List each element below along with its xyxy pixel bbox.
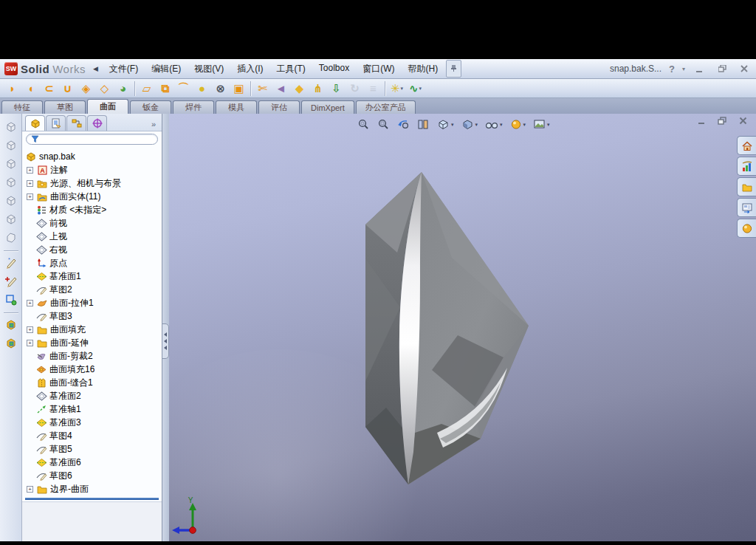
display-style-button[interactable]: ▾	[459, 117, 481, 131]
menu-item-5[interactable]: 工具(T)	[269, 61, 312, 78]
tree-item[interactable]: 草图6	[25, 469, 162, 482]
tree-item[interactable]: +边界-曲面	[25, 482, 162, 496]
view-cube-5-button[interactable]	[2, 192, 20, 210]
knit-surface-button[interactable]: ⋔	[309, 80, 327, 97]
tree-item[interactable]: 上视	[25, 230, 162, 243]
tab-草图[interactable]: 草图	[44, 100, 86, 114]
view-cube-2-button[interactable]	[2, 137, 20, 154]
help-dropdown-icon[interactable]: ▾	[682, 66, 685, 72]
tree-item[interactable]: +A注解	[25, 163, 162, 176]
minimize-doc-button[interactable]	[694, 115, 709, 126]
replace-face-button[interactable]: ▣	[230, 80, 248, 97]
tab-焊件[interactable]: 焊件	[173, 100, 214, 114]
untrim-surface-button[interactable]: ◄	[272, 80, 290, 97]
tab-曲面[interactable]: 曲面	[87, 99, 128, 114]
expand-toggle[interactable]: +	[27, 300, 33, 306]
tab-模具[interactable]: 模具	[216, 100, 257, 114]
tree-item[interactable]: 基准轴1	[25, 402, 162, 416]
menu-item-7[interactable]: 窗口(W)	[356, 61, 401, 78]
view-orientation-button[interactable]: ▾	[435, 117, 456, 131]
menu-item-8[interactable]: 帮助(H)	[402, 61, 445, 78]
panel-splitter[interactable]	[162, 114, 169, 541]
tree-item[interactable]: +曲面-延伸	[25, 336, 162, 349]
restore-doc-button[interactable]	[715, 115, 729, 126]
propertymanager-tab[interactable]	[46, 115, 66, 131]
view-cube-1-button[interactable]	[2, 118, 20, 136]
menu-item-1[interactable]: 文件(F)	[103, 61, 145, 78]
tree-item[interactable]: 基准面6	[25, 456, 162, 469]
featuremanager-tab[interactable]	[25, 115, 45, 131]
tree-filter-input[interactable]	[26, 134, 158, 145]
close-button[interactable]	[737, 64, 752, 75]
tree-item[interactable]: 草图4	[25, 429, 162, 442]
trim-surface-button[interactable]: ✄	[253, 80, 272, 97]
body-tool-2-button[interactable]	[2, 335, 20, 352]
previous-view-button[interactable]	[395, 117, 412, 131]
tree-item[interactable]: 前视	[25, 216, 162, 230]
panel-collapse-handle[interactable]	[162, 323, 169, 359]
file-explorer-tab[interactable]	[737, 177, 756, 196]
tree-item[interactable]: 曲面填充16	[25, 363, 162, 376]
revolved-surface-button[interactable]: ◖	[21, 80, 40, 97]
zoom-to-fit-button[interactable]	[355, 117, 372, 131]
rollback-bar[interactable]	[25, 498, 159, 500]
freeform-surface-button[interactable]: ◕	[114, 80, 132, 97]
sketch-add-button[interactable]	[2, 272, 20, 290]
restore-button[interactable]	[715, 64, 729, 75]
filled-surface-button[interactable]: ◇	[95, 80, 114, 97]
curves-button[interactable]: ∿▾	[406, 80, 425, 97]
tree-item[interactable]: +曲面-拉伸1	[25, 296, 162, 309]
design-library-tab[interactable]	[737, 157, 756, 176]
appearances-scenes-tab[interactable]	[737, 219, 756, 238]
tree-item[interactable]: 草图3	[25, 309, 162, 323]
view-cube-6-button[interactable]	[2, 210, 20, 228]
tree-item[interactable]: 右视	[25, 243, 162, 256]
planar-surface-button[interactable]: ▱	[137, 80, 156, 97]
close-doc-button[interactable]	[735, 115, 750, 126]
expand-toggle[interactable]: +	[27, 326, 33, 333]
apply-scene-button[interactable]: ▾	[531, 117, 552, 131]
menu-collapse-arrow-icon[interactable]: ◀	[89, 65, 103, 72]
menu-item-6[interactable]: Toolbox	[312, 61, 356, 78]
tree-item[interactable]: 草图5	[25, 442, 162, 456]
help-icon[interactable]: ?	[669, 64, 675, 75]
swept-surface-button[interactable]: ⊂	[40, 80, 58, 97]
extruded-surface-button[interactable]: ◗	[3, 80, 21, 97]
body-tool-1-button[interactable]	[2, 316, 20, 334]
lofted-surface-button[interactable]: ∪	[58, 80, 77, 97]
minimize-button[interactable]	[693, 64, 707, 75]
view-cube-iso-button[interactable]	[2, 229, 20, 247]
tree-item[interactable]: 曲面-剪裁2	[25, 349, 162, 363]
tab-钣金[interactable]: 钣金	[130, 100, 171, 114]
delete-face-button[interactable]: ⊗	[211, 80, 230, 97]
model-3d-gem[interactable]	[169, 114, 756, 541]
expand-toggle[interactable]: +	[27, 180, 33, 187]
view-cube-4-button[interactable]	[2, 174, 20, 191]
tree-item[interactable]: 材质 <未指定>	[25, 203, 162, 216]
ruled-surface-button[interactable]: ⌒	[174, 80, 193, 97]
tree-item[interactable]: +曲面实体(11)	[25, 190, 162, 203]
offset-surface-button[interactable]: ⧉	[156, 80, 174, 97]
expand-toggle[interactable]: +	[27, 167, 33, 174]
dimxpertmanager-tab[interactable]	[87, 115, 107, 131]
solidworks-resources-tab[interactable]	[737, 136, 756, 155]
sketch-new-button[interactable]: *	[2, 254, 20, 272]
edit-appearance-button[interactable]: ▾	[508, 117, 529, 131]
menu-item-2[interactable]: 编辑(E)	[145, 61, 188, 78]
hide-show-items-button[interactable]: ▾	[483, 118, 505, 131]
thicken-button[interactable]: ⇩	[327, 80, 346, 97]
tree-item[interactable]: 曲面-缝合1	[25, 376, 162, 389]
convert-entities-button[interactable]	[2, 291, 20, 309]
expand-toggle[interactable]: +	[27, 193, 33, 200]
pin-menu-icon[interactable]	[446, 60, 461, 78]
expand-toggle[interactable]: +	[27, 486, 33, 493]
tree-item[interactable]: 原点	[25, 256, 162, 270]
tree-item[interactable]: +曲面填充	[25, 323, 162, 336]
boundary-surface-button[interactable]: ◈	[77, 80, 95, 97]
tab-评估[interactable]: 评估	[258, 100, 300, 114]
tree-item[interactable]: 基准面2	[25, 389, 162, 402]
graphics-viewport[interactable]: ▾▾▾▾▾ Y	[169, 114, 756, 541]
expand-toggle[interactable]: +	[27, 340, 33, 346]
configurationmanager-tab[interactable]	[66, 115, 86, 131]
extend-surface-button[interactable]: ◆	[290, 80, 309, 97]
